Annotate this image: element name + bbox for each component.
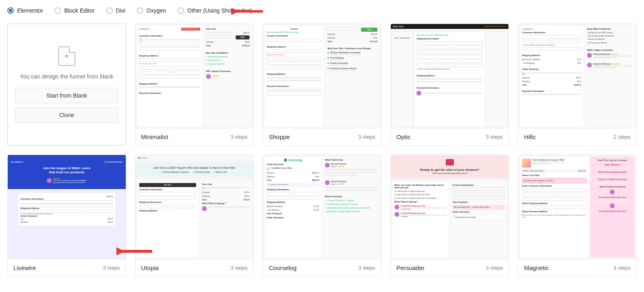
radio-icon bbox=[106, 7, 113, 14]
template-thumbnail: ◆ Logoipsum🔒 Secure Payment Join the lea… bbox=[8, 155, 126, 259]
card-footer: Utopia 3 steps bbox=[136, 259, 254, 276]
template-grid: You can design the funnel from blank Sta… bbox=[7, 24, 637, 277]
template-steps: 3 steps bbox=[358, 134, 375, 140]
template-card-livewire[interactable]: ◆ Logoipsum🔒 Secure Payment Join the lea… bbox=[7, 155, 126, 277]
radio-label: Elementor bbox=[17, 7, 43, 14]
card-footer: Courselog 3 steps bbox=[263, 259, 381, 276]
template-name: Hific bbox=[524, 133, 536, 140]
template-steps: 3 steps bbox=[230, 265, 248, 271]
template-thumbnail: 🛍 My StoreCustomer Reviews ★★★★★ ◦ Cart◦… bbox=[391, 24, 509, 128]
radio-label: Divi bbox=[116, 7, 125, 14]
template-steps: 3 steps bbox=[486, 134, 503, 140]
template-thumbnail: Shoppe Returning customer? Click here to… bbox=[263, 24, 381, 128]
radio-icon bbox=[7, 7, 14, 14]
template-card-shoppe[interactable]: Shoppe Returning customer? Click here to… bbox=[263, 24, 381, 146]
template-steps: 3 steps bbox=[613, 265, 631, 271]
template-name: Livewire bbox=[13, 264, 36, 271]
template-thumbnail: Your Awesome Course Title Show Order Sum… bbox=[518, 155, 636, 259]
template-name: Minimalist bbox=[141, 133, 169, 140]
card-footer: Livewire 3 steps bbox=[8, 259, 126, 276]
template-thumbnail: minimalist10% Reward Checkout Customer I… bbox=[136, 24, 254, 128]
card-footer: Magnetic 3 steps bbox=[518, 259, 636, 276]
radio-icon bbox=[55, 7, 61, 14]
template-thumbnail: Logoipsum Customer Information ☐ I have … bbox=[518, 24, 636, 128]
template-thumbnail: 📘 Courselog Order Summary Incredible Cou… bbox=[263, 155, 381, 259]
template-name: Persuader bbox=[396, 264, 425, 271]
template-card-optic[interactable]: 🛍 My StoreCustomer Reviews ★★★★★ ◦ Cart◦… bbox=[390, 24, 509, 146]
template-steps: 3 steps bbox=[230, 134, 248, 140]
template-thumbnail: 🌀 Utopia Join Over 12,000+ Buyers Who Us… bbox=[136, 155, 254, 259]
template-name: Shoppe bbox=[269, 133, 290, 140]
card-footer: Optic 3 steps bbox=[391, 128, 509, 145]
radio-icon bbox=[177, 7, 184, 14]
radio-elementor[interactable]: Elementor bbox=[7, 7, 43, 14]
new-file-icon bbox=[58, 46, 75, 66]
template-card-minimalist[interactable]: minimalist10% Reward Checkout Customer I… bbox=[135, 24, 254, 146]
card-footer: Persuader 3 steps bbox=[391, 259, 509, 276]
template-steps: 3 steps bbox=[103, 265, 120, 271]
radio-block-editor[interactable]: Block Editor bbox=[55, 7, 95, 14]
template-card-persuader[interactable]: Ready to get the skin of your dreams? Yo… bbox=[390, 155, 509, 277]
radio-other[interactable]: Other (Using Shortcodes) bbox=[177, 7, 252, 14]
template-card-magnetic[interactable]: Your Awesome Course Title Show Order Sum… bbox=[518, 155, 637, 277]
template-thumbnail: Ready to get the skin of your dreams? Yo… bbox=[391, 155, 509, 259]
radio-label: Oxygen bbox=[147, 7, 166, 14]
template-card-courselog[interactable]: 📘 Courselog Order Summary Incredible Cou… bbox=[263, 155, 381, 277]
template-steps: 2 steps bbox=[613, 134, 631, 140]
template-steps: 3 steps bbox=[486, 265, 503, 271]
template-name: Optic bbox=[396, 133, 411, 140]
card-footer: Minimalist 3 steps bbox=[136, 128, 254, 145]
card-footer: Shoppe 3 steps bbox=[263, 128, 381, 145]
blank-template-card: You can design the funnel from blank Sta… bbox=[7, 24, 126, 146]
radio-label: Block Editor bbox=[64, 7, 95, 14]
radio-icon bbox=[137, 7, 143, 14]
blank-message: You can design the funnel from blank bbox=[20, 73, 114, 80]
template-card-hific[interactable]: Logoipsum Customer Information ☐ I have … bbox=[518, 24, 637, 146]
radio-label: Other (Using Shortcodes) bbox=[187, 7, 252, 14]
template-name: Magnetic bbox=[524, 264, 549, 271]
template-steps: 3 steps bbox=[358, 265, 375, 271]
start-from-blank-button[interactable]: Start from Blank bbox=[15, 88, 118, 103]
template-name: Courselog bbox=[269, 264, 296, 271]
template-name: Utopia bbox=[141, 264, 159, 271]
template-card-utopia[interactable]: 🌀 Utopia Join Over 12,000+ Buyers Who Us… bbox=[135, 155, 254, 277]
radio-divi[interactable]: Divi bbox=[106, 7, 125, 14]
radio-oxygen[interactable]: Oxygen bbox=[137, 7, 166, 14]
card-footer: Hific 2 steps bbox=[518, 128, 636, 145]
builder-filter-row: Elementor Block Editor Divi Oxygen Other… bbox=[7, 7, 637, 14]
clone-button[interactable]: Clone bbox=[15, 107, 118, 123]
